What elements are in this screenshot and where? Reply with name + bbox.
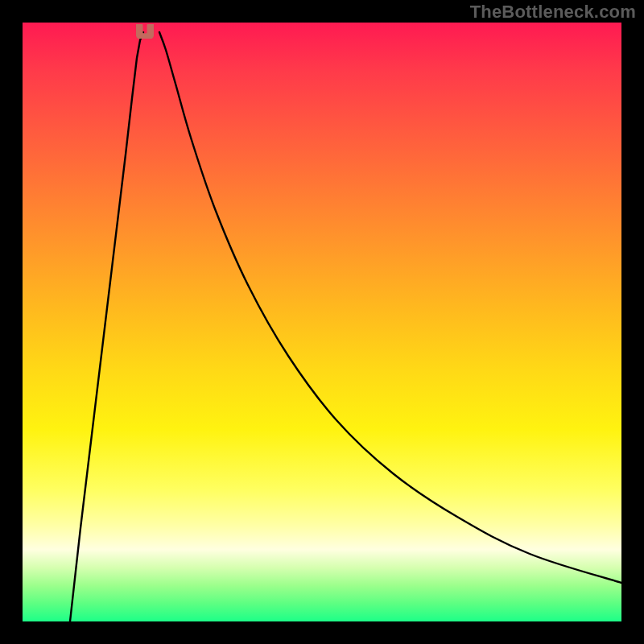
curve-left-branch bbox=[70, 32, 143, 621]
min-marker bbox=[136, 24, 154, 39]
curve-right-branch bbox=[159, 32, 621, 583]
curve-svg bbox=[23, 23, 621, 621]
watermark-text: TheBottleneck.com bbox=[470, 2, 636, 23]
plot-area bbox=[23, 23, 621, 621]
chart-frame: TheBottleneck.com bbox=[0, 0, 644, 644]
